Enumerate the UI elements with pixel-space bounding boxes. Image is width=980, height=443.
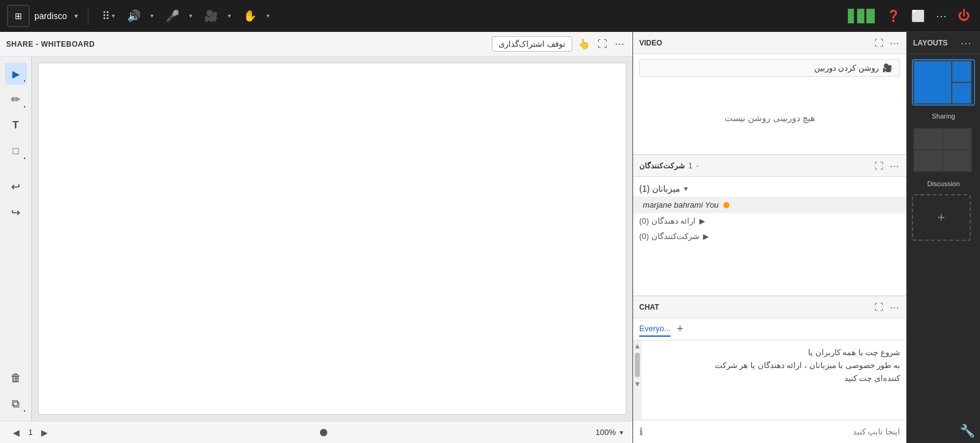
right-panels: VIDEO ⛶ ⋯ 🎥 روشن کردن دوربین هیچ دوربینی… (633, 32, 906, 443)
mic-button[interactable]: 🎤 (162, 7, 183, 25)
layers-indicator: ▪ (24, 408, 26, 414)
main-layout: SHARE - WHITEBOARD توقف اشتراک‌گذاری 👆 ⛶… (0, 32, 980, 443)
participants-more-icon: ⋯ (890, 160, 899, 171)
pen-tool-button[interactable]: ✏ ▪ (5, 88, 27, 111)
zoom-level: 100% (596, 428, 616, 437)
mic-group: 🎤 ▾ (162, 7, 196, 25)
audio-chevron-button[interactable]: ▾ (147, 10, 157, 22)
chat-input[interactable] (648, 427, 900, 436)
layers-button[interactable]: ⧉ ▪ (5, 393, 27, 415)
participants-content: ▾ میزبانان (1) marjane bahrami You ▶ ارا… (633, 177, 906, 296)
mic-chevron-icon: ▾ (189, 12, 192, 19)
hosts-group-header[interactable]: ▾ میزبانان (1) (633, 181, 906, 197)
page-nav: ◀ 1 ▶ (9, 426, 52, 439)
enable-camera-label: روشن کردن دوربین (814, 63, 879, 73)
participants-more-button[interactable]: ⋯ (889, 159, 900, 173)
help-button[interactable]: ❓ (884, 7, 903, 25)
redo-button[interactable]: ↪ (5, 202, 27, 224)
undo-button[interactable]: ↩ (5, 176, 27, 198)
tab-everyone[interactable]: Everyo... (639, 321, 671, 337)
participant-avatar (723, 202, 729, 208)
apps-button[interactable]: ⠿ ▾ (98, 7, 119, 25)
logo-icon: ⊞ (15, 11, 22, 21)
hand-button[interactable]: ✋ (239, 7, 260, 25)
hand-chevron-button[interactable]: ▾ (263, 10, 273, 22)
mic-icon: 🎤 (166, 9, 179, 23)
audio-icon: 🔊 (127, 9, 141, 23)
app-logo[interactable]: ⊞ (7, 5, 29, 27)
fullscreen-button[interactable]: ⛶ (596, 37, 609, 52)
video-more-button[interactable]: ⋯ (889, 36, 900, 50)
no-camera-text: هیچ دوربینی روشن نیست (633, 82, 906, 154)
camera-button[interactable]: 🎥 (201, 7, 222, 25)
text-tool-button[interactable]: T (5, 114, 27, 136)
audio-button[interactable]: 🔊 (123, 7, 144, 25)
scroll-down-button[interactable]: ▼ (633, 378, 642, 390)
layout-disc-cell-2 (943, 129, 971, 149)
enable-camera-button[interactable]: 🎥 روشن کردن دوربین (639, 59, 900, 77)
layout-sharing-grid (913, 60, 972, 104)
presenters-label: ارائه دهندگان (0) (639, 216, 696, 225)
video-fullscreen-icon: ⛶ (874, 37, 884, 48)
stop-sharing-button[interactable]: توقف اشتراک‌گذاری (492, 36, 572, 52)
participants-fullscreen-icon: ⛶ (874, 160, 884, 171)
hand-cursor-icon[interactable]: 👆 (576, 36, 592, 52)
layout-disc-cell-3 (914, 151, 942, 171)
next-page-button[interactable]: ▶ (37, 426, 52, 439)
layouts-title: LAYOUTS (913, 39, 947, 47)
signal-icon: ▋▊▉ (848, 9, 876, 23)
layouts-tool-button[interactable]: 🔧 (960, 423, 975, 438)
power-button[interactable]: ⏻ (955, 6, 973, 25)
video-panel: VIDEO ⛶ ⋯ 🎥 روشن کردن دوربین هیچ دوربینی… (633, 32, 906, 155)
rect-tool-button[interactable]: □ ▪ (5, 140, 27, 162)
more-button[interactable]: ⋯ (933, 7, 949, 25)
chat-scrollbar[interactable]: ▲ ▼ (633, 340, 642, 420)
layouts-bottom: 🔧 (907, 418, 980, 443)
page-dot-indicator[interactable] (320, 429, 327, 436)
prev-page-button[interactable]: ◀ (9, 426, 23, 439)
cursor-icon: 👆 (578, 39, 590, 49)
screen-button[interactable]: ⬜ (909, 7, 927, 25)
camera-group: 🎥 ▾ (201, 7, 235, 25)
add-layout-button[interactable]: + (912, 194, 971, 241)
topbar: ⊞ pardisco ▾ ⠿ ▾ 🔊 ▾ 🎤 ▾ 🎥 ▾ (0, 0, 980, 32)
layout-discussion-label: Discussion (907, 178, 980, 189)
attendees-label: شرکت‌کنندگان (0) (639, 232, 699, 241)
whiteboard-more-button[interactable]: ⋯ (613, 36, 626, 52)
layout-discussion[interactable] (912, 127, 975, 173)
app-chevron-icon[interactable]: ▾ (74, 12, 78, 20)
participants-title: شرکت‌کنندگان (639, 162, 685, 170)
help-icon: ❓ (887, 10, 900, 22)
delete-button[interactable]: 🗑 (5, 367, 27, 389)
divider-1 (88, 7, 88, 25)
select-tool-button[interactable]: ▶ ▪ (5, 63, 27, 85)
zoom-control: 100% ▾ (596, 428, 623, 437)
chat-fullscreen-button[interactable]: ⛶ (873, 300, 885, 313)
camera-chevron-button[interactable]: ▾ (224, 10, 235, 22)
whiteboard-canvas[interactable] (38, 63, 626, 415)
chat-more-button[interactable]: ⋯ (889, 300, 900, 314)
layouts-more-button[interactable]: ⋯ (958, 34, 974, 52)
scroll-up-button[interactable]: ▲ (633, 340, 642, 351)
presenters-group[interactable]: ▶ ارائه دهندگان (0) (633, 213, 906, 229)
scroll-thumb (635, 353, 640, 377)
participants-count-num: 1 (688, 162, 693, 170)
attendees-group[interactable]: ▶ شرکت‌کنندگان (0) (633, 229, 906, 244)
hand-chevron-icon: ▾ (266, 12, 270, 19)
participants-panel: - 1 شرکت‌کنندگان ⛶ ⋯ ▾ میزبانان (633, 155, 906, 296)
chat-header: CHAT ⛶ ⋯ (633, 296, 906, 318)
text-tool-icon: T (13, 120, 19, 131)
chat-welcome-message: شروع چت با همه کاربران یا به طور خصوصی ب… (715, 348, 900, 383)
signal-button[interactable]: ▋▊▉ (846, 6, 878, 26)
mic-chevron-button[interactable]: ▾ (185, 10, 196, 22)
add-chat-tab-button[interactable]: + (674, 321, 686, 337)
video-fullscreen-button[interactable]: ⛶ (873, 36, 885, 49)
zoom-chevron-icon[interactable]: ▾ (620, 428, 623, 437)
layout-sharing-main-cell (914, 61, 951, 103)
toolbar: ▶ ▪ ✏ ▪ T □ ▪ ↩ ↪ (0, 57, 32, 421)
layout-sharing[interactable] (912, 59, 975, 106)
select-indicator: ▪ (24, 78, 26, 84)
pen-indicator: ▪ (24, 104, 26, 109)
participants-fullscreen-button[interactable]: ⛶ (873, 159, 885, 172)
apps-chevron: ▾ (112, 12, 115, 19)
